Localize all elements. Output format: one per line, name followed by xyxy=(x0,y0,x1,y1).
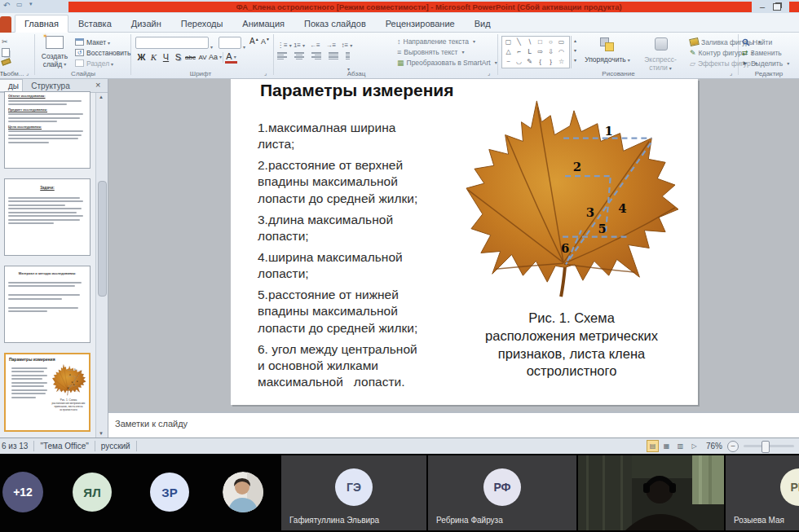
star-shape-icon[interactable]: ☆ xyxy=(556,57,567,67)
clipboard-dialog-launcher[interactable]: ⌟ xyxy=(26,70,33,77)
tab-view[interactable]: Вид xyxy=(465,15,501,33)
freeform-shape-icon[interactable]: ✎ xyxy=(524,57,535,67)
figure-caption[interactable]: Рис. 1. Схема расположения метрических п… xyxy=(449,310,694,380)
font-dialog-launcher[interactable]: ⌟ xyxy=(264,70,271,77)
change-case-button[interactable]: Aa xyxy=(209,51,221,64)
columns-icon[interactable] xyxy=(346,51,356,61)
shrink-font-button[interactable]: А▼ xyxy=(261,37,270,46)
text-direction-button[interactable]: ↕ Направление текста xyxy=(397,36,497,46)
brace-left-shape-icon[interactable]: { xyxy=(535,57,545,67)
rect-shape-icon[interactable]: □ xyxy=(535,37,545,47)
reset-button[interactable]: ↺ Восстановить xyxy=(75,47,130,58)
justify-icon[interactable] xyxy=(329,51,339,61)
participant-avatar[interactable]: ЯЛ xyxy=(73,473,112,512)
select-button[interactable]: ► Выделить xyxy=(742,58,799,68)
repeat-icon[interactable]: ▭ xyxy=(16,1,23,8)
cut-icon[interactable]: ✂ xyxy=(2,37,8,46)
participant-avatar[interactable]: ЗР xyxy=(150,473,189,512)
zoom-out-button[interactable]: – xyxy=(727,441,739,452)
replace-button[interactable]: ⇄ Заменить xyxy=(742,47,799,58)
zoom-slider-thumb[interactable] xyxy=(761,441,770,453)
shapes-scroll[interactable]: ▴▾▾ xyxy=(571,36,579,68)
new-slide-button[interactable]: ✶ Создать слайд xyxy=(38,35,72,74)
italic-button[interactable]: К xyxy=(148,51,160,64)
tab-insert[interactable]: Вставка xyxy=(68,15,121,33)
paragraph-dialog-launcher[interactable]: ⌟ xyxy=(488,70,494,77)
scroll-down-icon[interactable]: ▼ xyxy=(99,431,104,436)
connector-shape-icon[interactable]: ᒪ xyxy=(524,47,535,57)
brace-right-shape-icon[interactable]: } xyxy=(545,57,556,67)
tab-slides[interactable]: ды xyxy=(0,79,23,92)
character-spacing-button[interactable]: AV xyxy=(196,51,209,64)
font-size-select[interactable] xyxy=(219,37,241,49)
participants-overflow-badge[interactable]: +12 xyxy=(2,472,43,512)
rounded-rect-shape-icon[interactable]: ▭ xyxy=(556,37,567,47)
align-center-icon[interactable] xyxy=(294,51,305,61)
tab-slideshow[interactable]: Показ слайдов xyxy=(294,15,376,33)
notes-pane[interactable]: Заметки к слайду xyxy=(108,411,799,437)
strikethrough-button[interactable]: abc xyxy=(184,51,196,64)
elbow-shape-icon[interactable]: ⌐ xyxy=(514,47,524,57)
triangle-shape-icon[interactable]: △ xyxy=(503,47,514,57)
tab-transitions[interactable]: Переходы xyxy=(171,15,233,33)
close-button[interactable] xyxy=(789,2,799,12)
language-indicator[interactable]: русский xyxy=(101,442,130,451)
reading-view-button[interactable]: ▥ xyxy=(674,440,686,452)
align-right-icon[interactable] xyxy=(311,51,322,61)
participant-tile[interactable]: РФ Ребрина Файруза xyxy=(428,455,576,530)
zoom-level[interactable]: 76% xyxy=(706,442,722,451)
slide-canvas[interactable]: Параметры измерения 1.максималная ширина… xyxy=(231,79,698,405)
slide-thumbnail[interactable]: Материал и методы исследования: xyxy=(4,266,90,343)
grow-font-button[interactable]: А▲ xyxy=(249,37,259,46)
participant-video-tile[interactable] xyxy=(578,455,724,530)
font-name-select[interactable] xyxy=(135,37,209,49)
thumbnails-scrollbar[interactable]: ▲ ▼ xyxy=(95,93,108,437)
line-shape-icon[interactable]: ╲ xyxy=(514,37,524,47)
tab-outline[interactable]: Структура xyxy=(25,80,76,92)
undo-icon[interactable]: ↶ xyxy=(3,1,10,10)
bullets-icon[interactable]: ⋮≡ xyxy=(277,42,289,49)
slide-thumbnail-selected[interactable]: Параметры измерения Рис. 1. Схема распол… xyxy=(4,353,90,432)
slide-body-text[interactable]: 1.максималная ширина листа; 2.расстояние… xyxy=(258,120,457,395)
participant-photo-avatar[interactable] xyxy=(223,472,263,512)
tab-home[interactable]: Главная xyxy=(15,15,68,33)
participant-tile[interactable]: ГЭ Гафиятуллина Эльвира xyxy=(281,455,426,530)
slide-thumbnail[interactable]: Объект исследования: Предмет исследовани… xyxy=(4,91,90,169)
ellipse-shape-icon[interactable]: ○ xyxy=(545,37,556,47)
font-size-arrow[interactable] xyxy=(241,39,245,54)
arrow-shape-icon[interactable]: ∖ xyxy=(524,37,535,47)
theme-indicator[interactable]: "Тема Office" xyxy=(40,442,88,451)
qat-customize-icon[interactable]: ▾ xyxy=(29,1,33,7)
find-button[interactable]: Найти xyxy=(742,37,799,47)
slide-sorter-button[interactable]: ▦ xyxy=(660,440,673,452)
convert-smartart-button[interactable]: ▦ Преобразовать в SmartArt xyxy=(397,57,497,68)
panel-close-icon[interactable]: × xyxy=(95,80,100,90)
slideshow-button[interactable]: ▷ xyxy=(688,440,700,452)
normal-view-button[interactable]: ▤ xyxy=(647,440,659,452)
tab-design[interactable]: Дизайн xyxy=(121,15,171,33)
tab-review[interactable]: Рецензирование xyxy=(376,15,465,33)
right-arrow-shape-icon[interactable]: ⇨ xyxy=(535,47,545,57)
scribble-shape-icon[interactable]: ~ xyxy=(503,57,514,67)
maple-leaf-figure[interactable]: 1 2 3 4 5 6 xyxy=(455,90,691,300)
curve-shape-icon[interactable]: ◡ xyxy=(514,57,524,67)
copy-icon[interactable] xyxy=(2,48,10,57)
decrease-indent-icon[interactable]: ←≡ xyxy=(309,42,321,49)
format-painter-icon[interactable] xyxy=(1,58,11,65)
restore-icon[interactable] xyxy=(773,3,781,11)
down-arrow-shape-icon[interactable]: ⇩ xyxy=(545,47,556,57)
select-shape-icon[interactable]: ▢ xyxy=(503,37,514,47)
zoom-slider[interactable] xyxy=(744,445,794,447)
slide-thumbnail[interactable]: Задачи: xyxy=(4,178,90,256)
slide-title[interactable]: Параметры измерения xyxy=(260,81,454,100)
increase-indent-icon[interactable]: →≡ xyxy=(324,42,337,49)
participant-tile[interactable]: РМ Розыева Мая xyxy=(726,455,799,530)
text-shadow-button[interactable]: S xyxy=(172,51,184,64)
line-spacing-icon[interactable]: ↕≡ xyxy=(341,42,353,49)
align-left-icon[interactable] xyxy=(277,51,288,61)
tab-file[interactable] xyxy=(0,16,11,33)
underline-button[interactable]: Ч xyxy=(160,51,172,64)
arc-shape-icon[interactable]: ◠ xyxy=(556,47,567,57)
font-color-button[interactable]: А xyxy=(225,51,237,64)
layout-button[interactable]: Макет xyxy=(75,37,130,47)
